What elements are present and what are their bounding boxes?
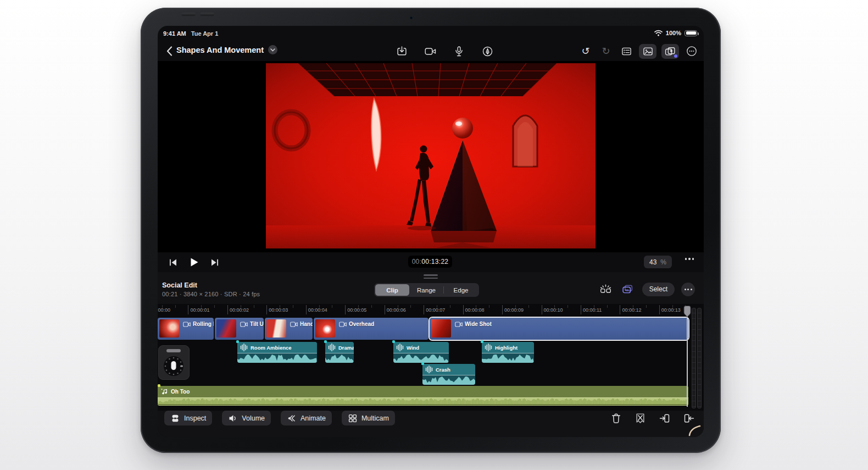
ruler-tick bbox=[188, 305, 188, 314]
ruler-minor-tick bbox=[332, 305, 332, 308]
ruler-label: 00:00:12 bbox=[622, 307, 641, 313]
multicam-button[interactable]: Multicam bbox=[342, 411, 395, 425]
playhead[interactable] bbox=[683, 305, 692, 318]
video-clip[interactable]: Wide Shot bbox=[430, 318, 688, 340]
audio-waveform bbox=[325, 353, 354, 363]
overwrite-clip-button[interactable] bbox=[681, 411, 696, 425]
timeline-more-options-button[interactable] bbox=[681, 283, 695, 296]
viewer-video-frame bbox=[266, 63, 596, 248]
timeline-zoom-control[interactable]: 43 % bbox=[644, 256, 672, 268]
ruler-minor-tick bbox=[594, 305, 594, 308]
timecode-hours: 00: bbox=[412, 258, 422, 266]
previous-frame-button[interactable] bbox=[165, 255, 181, 270]
play-button[interactable] bbox=[186, 255, 202, 270]
battery-icon bbox=[685, 30, 697, 36]
music-connection-dot bbox=[158, 384, 160, 387]
timecode-display[interactable]: 00:00:13:22 bbox=[408, 256, 452, 268]
record-video-button[interactable] bbox=[422, 43, 438, 59]
audio-connection-dot bbox=[481, 340, 483, 343]
timeline: 00:00:0000:00:0100:00:0200:00:0300:00:04… bbox=[158, 304, 704, 411]
ruler-tick bbox=[502, 305, 503, 314]
connect-overlay-button[interactable] bbox=[620, 281, 636, 297]
audio-clip[interactable]: Wind bbox=[393, 342, 449, 363]
effects-badge-dot bbox=[674, 54, 677, 58]
connected-still-thumbnail[interactable] bbox=[158, 345, 190, 380]
media-browser-button[interactable] bbox=[639, 44, 656, 59]
undo-icon: ↺ bbox=[581, 46, 589, 56]
video-clip-title: Hands bbox=[290, 321, 313, 327]
audio-clip-title: Wind bbox=[393, 342, 449, 353]
project-name: Social Edit bbox=[162, 281, 197, 289]
page-title: Shapes And Movement bbox=[176, 46, 264, 54]
timeline-ruler[interactable]: 00:00:0000:00:0100:00:0200:00:0300:00:04… bbox=[158, 304, 704, 315]
ruler-minor-tick bbox=[567, 305, 568, 308]
ruler-tick bbox=[227, 305, 228, 314]
panel-resize-handle[interactable] bbox=[421, 274, 440, 279]
animate-label: Animate bbox=[301, 414, 326, 422]
audio-waveform bbox=[482, 353, 534, 363]
next-frame-button[interactable] bbox=[207, 255, 222, 270]
clock-date: Tue Apr 1 bbox=[191, 30, 219, 37]
snapping-button[interactable] bbox=[598, 281, 614, 297]
ruler-label: 00:00:08 bbox=[465, 307, 485, 313]
ruler-label: 00:00:04 bbox=[308, 307, 327, 313]
audio-clip[interactable]: Highlight bbox=[482, 342, 534, 363]
effects-browser-button[interactable] bbox=[661, 44, 679, 59]
inspect-button[interactable]: Inspect bbox=[164, 411, 212, 425]
more-options-button[interactable] bbox=[684, 43, 699, 59]
delete-button[interactable] bbox=[609, 411, 624, 425]
volume-up-button bbox=[181, 13, 196, 16]
video-clip[interactable]: Overhead bbox=[314, 318, 429, 340]
volume-button[interactable]: Volume bbox=[222, 411, 271, 425]
record-voiceover-button[interactable] bbox=[451, 43, 466, 59]
project-title-menu[interactable]: Shapes And Movement bbox=[176, 45, 277, 54]
video-clip-thumbnail bbox=[159, 319, 179, 338]
ruler-minor-tick bbox=[554, 305, 555, 308]
video-clip-title: Rolling Ball bbox=[183, 321, 214, 327]
music-clip-label: Oh Too bbox=[171, 389, 190, 395]
audio-clip[interactable]: Crash bbox=[422, 364, 475, 385]
select-button[interactable]: Select bbox=[642, 283, 675, 296]
video-clip[interactable]: Rolling Ball bbox=[158, 318, 214, 340]
video-clip[interactable]: Tilt Up bbox=[215, 318, 264, 340]
ruler-minor-tick bbox=[214, 305, 215, 308]
music-clip[interactable]: Oh Too bbox=[158, 386, 688, 406]
redo-button[interactable]: ↻ bbox=[598, 43, 614, 59]
ruler-minor-tick bbox=[437, 305, 437, 308]
video-clip-thumbnail bbox=[431, 319, 451, 338]
audio-waveform bbox=[422, 375, 475, 385]
audio-clip[interactable]: Room Ambience bbox=[237, 342, 317, 363]
edit-mode-range[interactable]: Range bbox=[409, 284, 443, 296]
split-clip-button[interactable] bbox=[633, 411, 648, 425]
ruler-minor-tick bbox=[398, 305, 398, 308]
battery-percent: 100% bbox=[666, 30, 681, 36]
video-clip-thumbnail bbox=[266, 319, 286, 338]
import-media-button[interactable] bbox=[394, 43, 409, 59]
edit-mode-edge[interactable]: Edge bbox=[444, 284, 478, 296]
ruler-minor-tick bbox=[358, 305, 359, 308]
audio-clip[interactable]: Drama… bbox=[325, 342, 354, 363]
timeline-index-button[interactable] bbox=[619, 43, 634, 59]
insert-clip-button[interactable] bbox=[657, 411, 672, 425]
audio-meter-left bbox=[692, 308, 696, 408]
volume-down-button bbox=[200, 13, 214, 16]
ruler-minor-tick bbox=[450, 305, 450, 308]
animate-button[interactable]: Animate bbox=[281, 411, 332, 425]
ruler-label: 00:00:09 bbox=[504, 307, 524, 313]
video-clip[interactable]: Hands bbox=[265, 318, 313, 340]
undo-button[interactable]: ↺ bbox=[578, 43, 593, 59]
audio-connection-dot bbox=[324, 340, 327, 343]
edit-mode-clip[interactable]: Clip bbox=[375, 284, 409, 296]
ruler-label: 00:00:06 bbox=[387, 307, 406, 313]
viewer-more-options-button[interactable] bbox=[685, 258, 694, 260]
ruler-minor-tick bbox=[319, 305, 320, 308]
ruler-label: 00:00:03 bbox=[269, 307, 288, 313]
ruler-tick bbox=[659, 305, 660, 314]
back-button[interactable] bbox=[163, 45, 175, 58]
volume-label: Volume bbox=[242, 414, 265, 422]
pencil-tools-button[interactable] bbox=[480, 43, 495, 59]
ruler-tick bbox=[542, 305, 542, 314]
audio-connection-dot bbox=[236, 340, 239, 343]
ruler-label: 00:00:00 bbox=[158, 307, 170, 313]
ruler-minor-tick bbox=[646, 305, 647, 308]
